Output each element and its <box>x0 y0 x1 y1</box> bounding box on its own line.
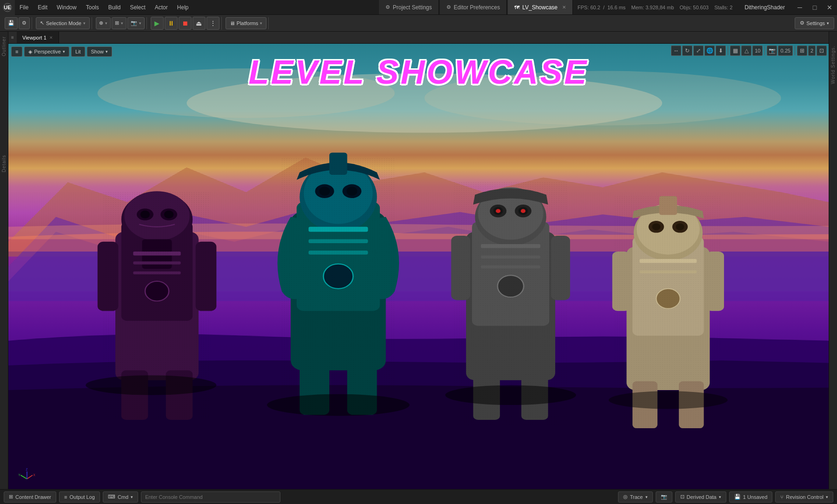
menu-select[interactable]: Select <box>125 0 150 14</box>
scale-icon-btn[interactable]: ⤢ <box>693 46 704 56</box>
layers-count[interactable]: 2 <box>808 46 816 56</box>
eject-button[interactable]: ⏏ <box>193 17 206 30</box>
toolbar-play-group: ▶ ⏸ ⏹ ⏏ ⋮ <box>149 17 222 30</box>
menu-actor[interactable]: Actor <box>150 0 173 14</box>
viewport-menu-icon[interactable]: ≡ <box>8 32 17 43</box>
dither-overlay <box>8 44 829 489</box>
tab-editor-preferences[interactable]: ⚙ Editor Preferences <box>440 0 507 14</box>
options-button[interactable]: ⋮ <box>206 17 219 30</box>
svg-line-84 <box>20 475 27 479</box>
output-log-button[interactable]: ≡ Output Log <box>59 491 100 503</box>
content-drawer-icon: ⊞ <box>9 494 13 500</box>
camera-dropdown-icon: ▾ <box>139 21 141 26</box>
trace-icon: ◎ <box>623 494 628 500</box>
platforms-dropdown-icon: ▾ <box>260 21 262 26</box>
viewport-toolbar: ≡ ◈ Perspective ▾ Lit Show ▾ <box>11 46 112 57</box>
toolbar-selection-group: ↖ Selection Mode ▾ <box>34 17 92 29</box>
output-log-icon: ≡ <box>64 494 67 500</box>
menu-window[interactable]: Window <box>52 0 81 14</box>
grid-size-value[interactable]: 10 <box>752 46 763 56</box>
close-button[interactable]: ✕ <box>822 0 837 15</box>
svg-text:Y: Y <box>19 473 21 477</box>
settings-btn[interactable]: ⚙ Settings ▾ <box>795 17 834 29</box>
unsaved-button[interactable]: 💾 1 Unsaved <box>729 491 773 503</box>
menu-tools[interactable]: Tools <box>81 0 104 14</box>
snap-button[interactable]: ⊞ ▾ <box>112 17 126 29</box>
close-tab-icon[interactable]: ✕ <box>562 5 566 10</box>
trace-button[interactable]: ◎ Trace ▾ <box>618 491 653 503</box>
viewport-1-label: Viewport 1 <box>22 35 46 40</box>
menu-bar: File Edit Window Tools Build Select Acto… <box>15 0 374 14</box>
ue-logo[interactable]: UE <box>0 0 15 15</box>
translate-icon-btn[interactable]: ↔ <box>671 46 681 56</box>
level-title: LEVEL SHOWCASE <box>249 53 589 91</box>
derived-data-button[interactable]: ⊡ Derived Data ▾ <box>675 491 726 503</box>
viewport[interactable]: LEVEL SHOWCASE ≡ ◈ Perspective ▾ Lit Sho… <box>8 44 829 489</box>
menu-file[interactable]: File <box>15 0 33 14</box>
revision-control-button[interactable]: ⑂ Revision Control ▾ <box>775 491 833 503</box>
viewport-tab-bar: ≡ Viewport 1 ✕ <box>8 32 829 44</box>
lit-btn[interactable]: Lit <box>71 46 85 57</box>
tab-lv-showcase[interactable]: 🗺 LV_Showcase ✕ <box>508 0 573 14</box>
unsaved-label: 1 Unsaved <box>743 494 768 500</box>
objs-value: Objs: 50.603 <box>680 5 709 10</box>
viewport-tab-1[interactable]: Viewport 1 ✕ <box>17 32 59 43</box>
camera-speed-icon[interactable]: 📷 <box>767 46 777 56</box>
selection-mode-button[interactable]: ↖ Selection Mode ▾ <box>36 17 90 29</box>
angle-snap-btn[interactable]: △ <box>741 46 751 56</box>
viewport-tab-close[interactable]: ✕ <box>49 35 53 40</box>
cmd-dropdown: ▾ <box>131 495 133 499</box>
minimize-button[interactable]: ─ <box>792 0 807 15</box>
cursor-icon: ↖ <box>40 20 44 26</box>
toolbar: 💾 ⚙ ↖ Selection Mode ▾ ⊕ ▾ ⊞ ▾ 📷 ▾ ▶ ⏸ ⏹… <box>0 15 837 32</box>
grid-btn[interactable]: ▦ <box>730 46 740 56</box>
editor-prefs-icon: ⚙ <box>446 4 451 10</box>
perspective-label: Perspective <box>34 49 60 54</box>
revision-control-label: Revision Control <box>786 494 824 500</box>
stalls-value: Stalls: 2 <box>714 5 732 10</box>
tab-project-settings-label: Project Settings <box>393 4 432 11</box>
cmd-button[interactable]: ⌨ Cmd ▾ <box>103 491 138 503</box>
derived-data-label: Derived Data <box>687 494 717 500</box>
content-drawer-button[interactable]: ⊞ Content Drawer <box>4 491 56 503</box>
surface-snap-btn[interactable]: ⬇ <box>716 46 726 56</box>
platforms-icon: 🖥 <box>230 20 235 26</box>
vp-separator-2 <box>764 46 765 55</box>
show-btn[interactable]: Show ▾ <box>87 46 113 57</box>
perspective-btn[interactable]: ◈ Perspective ▾ <box>24 46 69 57</box>
bottom-bar: ⊞ Content Drawer ≡ Output Log ⌨ Cmd ▾ ◎ … <box>0 489 837 504</box>
settings-dropdown-chevron: ▾ <box>827 21 829 26</box>
play-button[interactable]: ▶ <box>151 17 164 30</box>
menu-build[interactable]: Build <box>104 0 126 14</box>
title-tabs: ⚙ Project Settings ⚙ Editor Preferences … <box>379 0 573 14</box>
details-tab[interactable]: Details <box>0 152 7 175</box>
restore-button[interactable]: □ <box>807 0 822 15</box>
layers-btn[interactable]: ⊞ <box>797 46 807 56</box>
viewport-menu-btn[interactable]: ≡ <box>11 46 22 57</box>
add-icon: ⊕ <box>99 20 103 26</box>
world-local-btn[interactable]: 🌐 <box>704 46 715 56</box>
maximize-btn[interactable]: ⊡ <box>817 46 827 56</box>
platforms-button[interactable]: 🖥 Platforms ▾ <box>226 17 266 29</box>
screenshot-button[interactable]: 📷 <box>656 491 672 503</box>
menu-edit[interactable]: Edit <box>33 0 52 14</box>
fov-label: 0.25 <box>780 48 790 53</box>
fps-value: FPS: 60.2 <box>578 5 600 10</box>
rotate-icon-btn[interactable]: ↻ <box>682 46 692 56</box>
world-settings-tab[interactable]: World Settings. <box>830 43 837 87</box>
settings-icon-btn[interactable]: ⚙ <box>19 17 30 29</box>
tab-project-settings[interactable]: ⚙ Project Settings <box>379 0 439 14</box>
add-button[interactable]: ⊕ ▾ <box>96 17 111 29</box>
console-input[interactable] <box>141 491 280 503</box>
main-layout: Outliner Details ≡ Viewport 1 ✕ <box>0 32 837 489</box>
stop-button[interactable]: ⏹ <box>179 17 192 30</box>
camera-button[interactable]: 📷 ▾ <box>127 17 145 29</box>
save-button[interactable]: 💾 <box>5 17 18 29</box>
xyz-axes: X Y Z <box>18 466 36 484</box>
outliner-tab[interactable]: Outliner <box>0 33 7 59</box>
fov-value[interactable]: 0.25 <box>778 46 792 56</box>
pause-button[interactable]: ⏸ <box>165 17 178 30</box>
menu-help[interactable]: Help <box>173 0 193 14</box>
cmd-icon: ⌨ <box>108 494 115 500</box>
cmd-label: Cmd <box>118 494 128 500</box>
